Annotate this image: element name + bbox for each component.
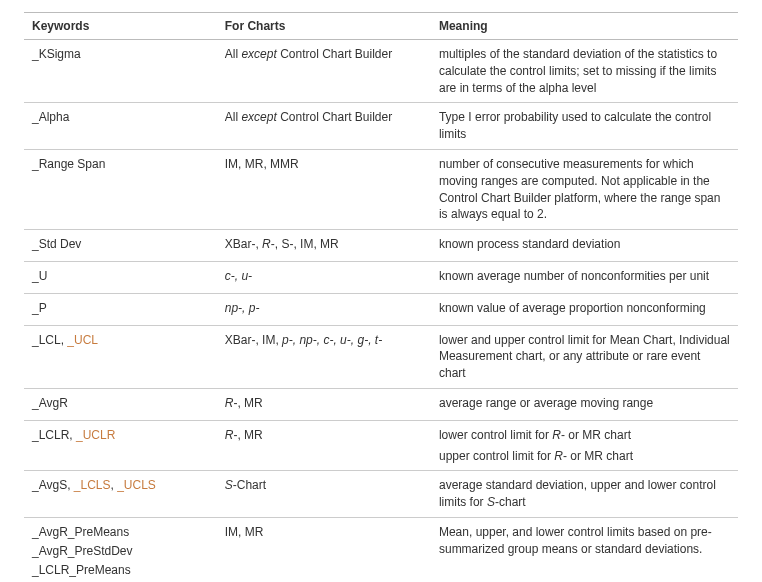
meaning-text: R <box>552 428 561 442</box>
meaning-text: known process standard deviation <box>439 236 730 253</box>
table-row: _AvgR_PreMeans_AvgR_PreStdDev_LCLR_PreMe… <box>24 517 738 582</box>
keywords-cell: _Range Span <box>24 149 217 229</box>
meaning-line: upper control limit for R- or MR chart <box>439 448 730 465</box>
keyword-text: _LCLR, <box>32 428 76 442</box>
keyword-line: _U <box>32 268 209 285</box>
meaning-text: known value of average proportion noncon… <box>439 300 730 317</box>
meaning-text: number of consecutive measurements for w… <box>439 156 730 223</box>
keywords-cell: _AvgS, _LCLS, _UCLS <box>24 471 217 518</box>
keyword-line: _P <box>32 300 209 317</box>
charts-text: -, S-, IM, MR <box>271 237 339 251</box>
keyword-line: _AvgR <box>32 395 209 412</box>
charts-text: R <box>262 237 271 251</box>
keyword-line: _AvgS, _LCLS, _UCLS <box>32 477 209 494</box>
table-row: _Uc-, u-known average number of nonconfo… <box>24 261 738 293</box>
keyword-line: _Std Dev <box>32 236 209 253</box>
charts-text: IM, MR, MMR <box>225 157 299 171</box>
header-meaning: Meaning <box>431 13 738 40</box>
keyword-link[interactable]: _UCLR <box>76 428 115 442</box>
charts-cell: R-, MR <box>217 420 431 471</box>
meaning-text: - or MR chart <box>561 428 631 442</box>
meaning-cell: lower control limit for R- or MR chartup… <box>431 420 738 471</box>
charts-text: XBar-, IM, <box>225 333 282 347</box>
keywords-cell: _AvgR <box>24 388 217 420</box>
meaning-cell: known average number of nonconformities … <box>431 261 738 293</box>
keyword-text: _AvgR <box>32 396 68 410</box>
keyword-text: _AvgS, <box>32 478 74 492</box>
keywords-cell: _LCL, _UCL <box>24 325 217 388</box>
charts-text: p-, np-, c-, u-, g-, t- <box>282 333 382 347</box>
meaning-text: R <box>554 449 563 463</box>
table-row: _AlphaAll except Control Chart BuilderTy… <box>24 103 738 150</box>
meaning-text: Mean, upper, and lower control limits ba… <box>439 524 730 558</box>
meaning-cell: Type I error probability used to calcula… <box>431 103 738 150</box>
keyword-text: _P <box>32 301 47 315</box>
charts-cell: IM, MR, MMR <box>217 149 431 229</box>
keywords-cell: _Alpha <box>24 103 217 150</box>
charts-cell: All except Control Chart Builder <box>217 40 431 103</box>
keyword-text: _AvgR_PreMeans <box>32 525 129 539</box>
charts-text: except <box>241 47 276 61</box>
keyword-text: _Alpha <box>32 110 69 124</box>
table-row: _Pnp-, p-known value of average proporti… <box>24 293 738 325</box>
meaning-text: lower control limit for <box>439 428 552 442</box>
meaning-text: Type I error probability used to calcula… <box>439 109 730 143</box>
keyword-text: _AvgR_PreStdDev <box>32 544 133 558</box>
charts-cell: S-Chart <box>217 471 431 518</box>
keyword-link[interactable]: _UCL <box>67 333 98 347</box>
table-row: _AvgS, _LCLS, _UCLSS-Chartaverage standa… <box>24 471 738 518</box>
keywords-cell: _Std Dev <box>24 230 217 262</box>
charts-cell: c-, u- <box>217 261 431 293</box>
keyword-text: _Std Dev <box>32 237 81 251</box>
meaning-cell: Mean, upper, and lower control limits ba… <box>431 517 738 582</box>
keyword-line: _LCLR_PreMeans <box>32 562 209 579</box>
keyword-text: _LCL, <box>32 333 67 347</box>
table-row: _LCL, _UCLXBar-, IM, p-, np-, c-, u-, g-… <box>24 325 738 388</box>
meaning-cell: number of consecutive measurements for w… <box>431 149 738 229</box>
charts-cell: All except Control Chart Builder <box>217 103 431 150</box>
charts-text: All <box>225 47 242 61</box>
table-row: _Std DevXBar-, R-, S-, IM, MRknown proce… <box>24 230 738 262</box>
keywords-cell: _U <box>24 261 217 293</box>
meaning-text: upper control limit for <box>439 449 554 463</box>
charts-text: -, MR <box>233 396 262 410</box>
charts-text: Control Chart Builder <box>277 47 392 61</box>
meaning-cell: lower and upper control limit for Mean C… <box>431 325 738 388</box>
keyword-line: _Range Span <box>32 156 209 173</box>
meaning-text: -chart <box>495 495 526 509</box>
keyword-line: _AvgR_PreStdDev <box>32 543 209 560</box>
keyword-text: _U <box>32 269 47 283</box>
charts-cell: XBar-, R-, S-, IM, MR <box>217 230 431 262</box>
keyword-link[interactable]: _UCLS <box>117 478 156 492</box>
keyword-line: _Alpha <box>32 109 209 126</box>
charts-text: All <box>225 110 242 124</box>
charts-text: except <box>241 110 276 124</box>
keywords-table: Keywords For Charts Meaning _KSigmaAll e… <box>24 12 738 582</box>
keyword-link[interactable]: _LCLS <box>74 478 111 492</box>
keyword-text: _KSigma <box>32 47 81 61</box>
header-charts: For Charts <box>217 13 431 40</box>
keyword-line: _LCL, _UCL <box>32 332 209 349</box>
meaning-text: - or MR chart <box>563 449 633 463</box>
charts-cell: np-, p- <box>217 293 431 325</box>
charts-text: Control Chart Builder <box>277 110 392 124</box>
meaning-text: lower and upper control limit for Mean C… <box>439 332 730 382</box>
charts-cell: XBar-, IM, p-, np-, c-, u-, g-, t- <box>217 325 431 388</box>
header-keywords: Keywords <box>24 13 217 40</box>
keywords-cell: _P <box>24 293 217 325</box>
meaning-text: average standard deviation, upper and lo… <box>439 478 716 509</box>
table-row: _LCLR, _UCLRR-, MRlower control limit fo… <box>24 420 738 471</box>
meaning-line: average standard deviation, upper and lo… <box>439 477 730 511</box>
keywords-cell: _LCLR, _UCLR <box>24 420 217 471</box>
charts-text: XBar-, <box>225 237 262 251</box>
keyword-text: _LCLR_PreMeans <box>32 563 131 577</box>
meaning-cell: average range or average moving range <box>431 388 738 420</box>
keywords-cell: _KSigma <box>24 40 217 103</box>
keyword-text: _Range Span <box>32 157 105 171</box>
charts-text: IM, MR <box>225 525 264 539</box>
charts-cell: R-, MR <box>217 388 431 420</box>
meaning-text: multiples of the standard deviation of t… <box>439 46 730 96</box>
charts-text: -Chart <box>233 478 266 492</box>
meaning-cell: known value of average proportion noncon… <box>431 293 738 325</box>
meaning-cell: multiples of the standard deviation of t… <box>431 40 738 103</box>
